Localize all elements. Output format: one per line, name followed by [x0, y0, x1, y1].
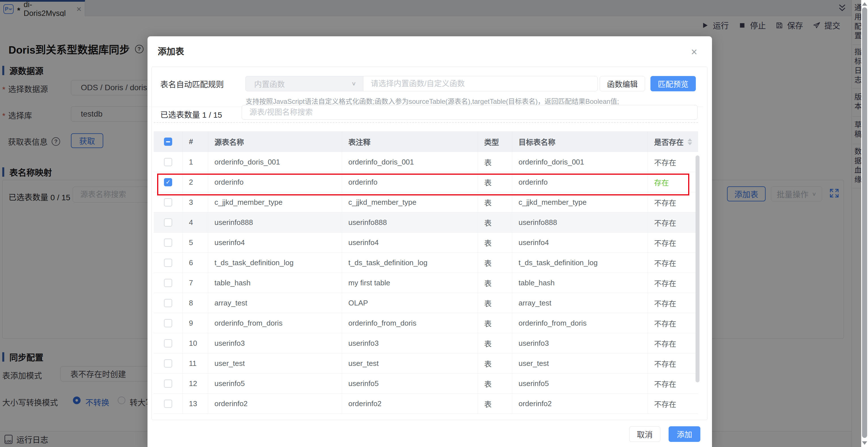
- column-header-index: #: [183, 131, 208, 152]
- row-checkbox[interactable]: [164, 299, 172, 307]
- row-checkbox[interactable]: [164, 339, 172, 347]
- scroll-up-arrow[interactable]: [862, 2, 867, 6]
- target-table-name: orderinfo_from_doris: [512, 313, 648, 333]
- source-table-name: userinfo3: [208, 333, 342, 353]
- table-type: 表: [478, 353, 512, 373]
- table-row[interactable]: 1 orderinfo_doris_001 orderinfo_doris_00…: [154, 152, 698, 172]
- source-table-name: orderinfo_doris_001: [208, 152, 342, 172]
- table-type: 表: [478, 172, 512, 192]
- table-row[interactable]: 10 userinfo3 userinfo3 表 userinfo3 不存在: [154, 333, 698, 353]
- table-comment: my first table: [342, 273, 478, 293]
- table-row[interactable]: 11 user_test user_test 表 user_test 不存在: [154, 353, 698, 374]
- table-comment: orderinfo_doris_001: [342, 152, 478, 172]
- table-row[interactable]: 7 table_hash my first table 表 table_hash…: [154, 273, 698, 293]
- exists-status: 不存在: [648, 192, 698, 212]
- scrollbar-thumb[interactable]: [862, 7, 867, 438]
- source-table-name: t_ds_task_definition_log: [208, 253, 342, 273]
- row-checkbox[interactable]: ✓: [164, 178, 172, 186]
- table-row[interactable]: 5 userinfo4 userinfo4 表 userinfo4 不存在: [154, 232, 698, 253]
- table-comment: orderinfo_from_doris: [342, 313, 478, 333]
- row-checkbox[interactable]: [164, 380, 172, 388]
- row-checkbox[interactable]: [164, 359, 172, 368]
- table-row[interactable]: 9 orderinfo_from_doris orderinfo_from_do…: [154, 313, 698, 333]
- modal-close-icon[interactable]: ×: [691, 46, 697, 57]
- table-type: 表: [478, 232, 512, 252]
- modal-title: 添加表: [158, 44, 184, 57]
- table-row[interactable]: 12 userinfo5 userinfo5 表 userinfo5 不存在: [154, 374, 698, 394]
- sort-carets-icon[interactable]: [688, 138, 692, 145]
- table-row[interactable]: 8 array_test OLAP 表 array_test 不存在: [154, 293, 698, 313]
- row-checkbox[interactable]: [164, 218, 172, 227]
- exists-status: 不存在: [648, 213, 698, 232]
- column-header-type: 类型: [478, 131, 512, 152]
- table-comment: user_test: [342, 353, 478, 373]
- target-table-name: table_hash: [512, 273, 648, 293]
- exists-status: 不存在: [648, 232, 698, 252]
- table-type: 表: [478, 273, 512, 293]
- target-table-name: c_jjkd_member_type: [512, 192, 648, 212]
- table-comment: userinfo888: [342, 213, 478, 232]
- table-type: 表: [478, 192, 512, 212]
- table-row[interactable]: ✓ 2 orderinfo orderinfo 表 orderinfo 存在: [154, 172, 698, 192]
- row-checkbox[interactable]: [164, 198, 172, 206]
- modal-table-body: 1 orderinfo_doris_001 orderinfo_doris_00…: [154, 152, 698, 414]
- exists-status: 不存在: [648, 313, 698, 333]
- row-checkbox[interactable]: [164, 238, 172, 247]
- match-rule-label: 表名自动匹配规则: [160, 78, 224, 90]
- function-input[interactable]: [363, 76, 598, 91]
- page-scrollbar[interactable]: [861, 0, 868, 447]
- table-type: 表: [478, 333, 512, 353]
- confirm-add-button[interactable]: 添加: [669, 426, 700, 442]
- builtin-function-select[interactable]: 内置函数 ∨: [245, 76, 363, 91]
- table-comment: c_jjkd_member_type: [342, 192, 478, 212]
- tables-table: # 源表名称 表注释 类型 目标表名称 是否存在 1 orderinfo_dor…: [154, 131, 698, 414]
- table-type: 表: [478, 253, 512, 273]
- target-table-name: t_ds_task_definition_log: [512, 253, 648, 273]
- target-table-name: orderinfo: [512, 172, 648, 192]
- modal-selected-count: 已选表数量 1 / 15: [160, 108, 222, 120]
- table-comment: userinfo4: [342, 232, 478, 252]
- row-checkbox[interactable]: [164, 279, 172, 287]
- select-all-checkbox[interactable]: [164, 137, 172, 146]
- modal-search-input[interactable]: [242, 105, 698, 120]
- function-edit-button[interactable]: 函数编辑: [600, 76, 645, 91]
- column-header-target: 目标表名称: [512, 131, 648, 152]
- row-index: 12: [183, 374, 208, 393]
- source-table-name: orderinfo: [208, 172, 342, 192]
- row-checkbox[interactable]: [164, 158, 172, 166]
- chevron-down-icon: ∨: [351, 81, 356, 87]
- table-row[interactable]: 4 userinfo888 userinfo888 表 userinfo888 …: [154, 213, 698, 232]
- scroll-down-arrow[interactable]: [862, 441, 867, 445]
- row-index: 9: [183, 313, 208, 333]
- table-scrollbar-thumb[interactable]: [695, 155, 700, 382]
- table-row[interactable]: 6 t_ds_task_definition_log t_ds_task_def…: [154, 253, 698, 273]
- row-index: 5: [183, 232, 208, 252]
- target-table-name: userinfo888: [512, 213, 648, 232]
- table-comment: orderinfo: [342, 172, 478, 192]
- table-row[interactable]: 3 c_jjkd_member_type c_jjkd_member_type …: [154, 192, 698, 213]
- table-row[interactable]: 13 orderinfo2 orderinfo2 表 orderinfo2 不存…: [154, 394, 698, 414]
- row-index: 1: [183, 152, 208, 172]
- exists-status: 不存在: [648, 353, 698, 373]
- exists-status: 不存在: [648, 374, 698, 393]
- row-checkbox[interactable]: [164, 259, 172, 267]
- target-table-name: userinfo3: [512, 333, 648, 353]
- match-preview-button[interactable]: 匹配预览: [650, 76, 696, 91]
- table-comment: userinfo5: [342, 374, 478, 393]
- cancel-button[interactable]: 取消: [629, 426, 660, 442]
- source-table-name: table_hash: [208, 273, 342, 293]
- exists-status: 存在: [648, 172, 698, 192]
- row-index: 6: [183, 253, 208, 273]
- add-table-modal: 添加表 × 表名自动匹配规则 内置函数 ∨ 函数编辑 匹配预览 支持按照Java…: [148, 36, 712, 447]
- table-type: 表: [478, 213, 512, 232]
- row-index: 3: [183, 192, 208, 212]
- exists-status: 不存在: [648, 293, 698, 313]
- row-index: 2: [183, 172, 208, 192]
- row-index: 13: [183, 394, 208, 414]
- target-table-name: userinfo4: [512, 232, 648, 252]
- row-checkbox[interactable]: [164, 319, 172, 327]
- target-table-name: orderinfo_doris_001: [512, 152, 648, 172]
- row-checkbox[interactable]: [164, 400, 172, 408]
- column-header-exists[interactable]: 是否存在: [648, 131, 698, 152]
- source-table-name: orderinfo2: [208, 394, 342, 414]
